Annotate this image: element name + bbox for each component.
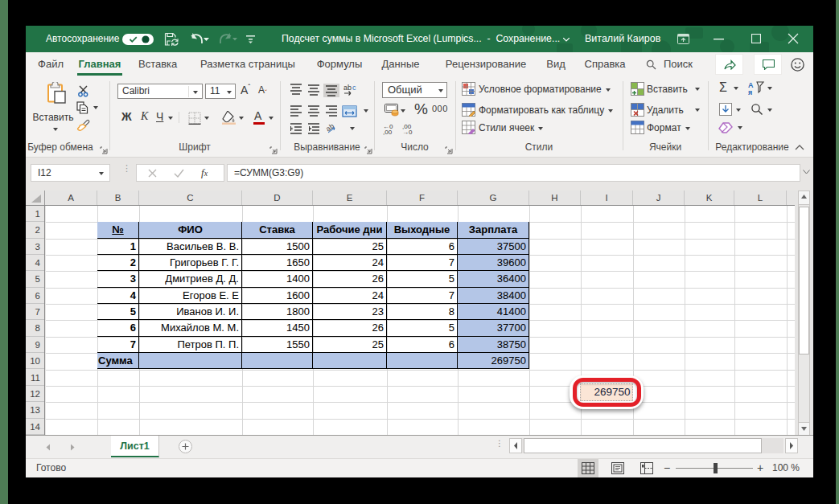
svg-text:ab: ab: [343, 84, 352, 92]
svg-text:я: я: [748, 88, 752, 96]
svg-text:c: c: [352, 84, 356, 92]
svg-text:,00: ,00: [383, 129, 393, 135]
svg-text:→0: →0: [402, 129, 413, 135]
